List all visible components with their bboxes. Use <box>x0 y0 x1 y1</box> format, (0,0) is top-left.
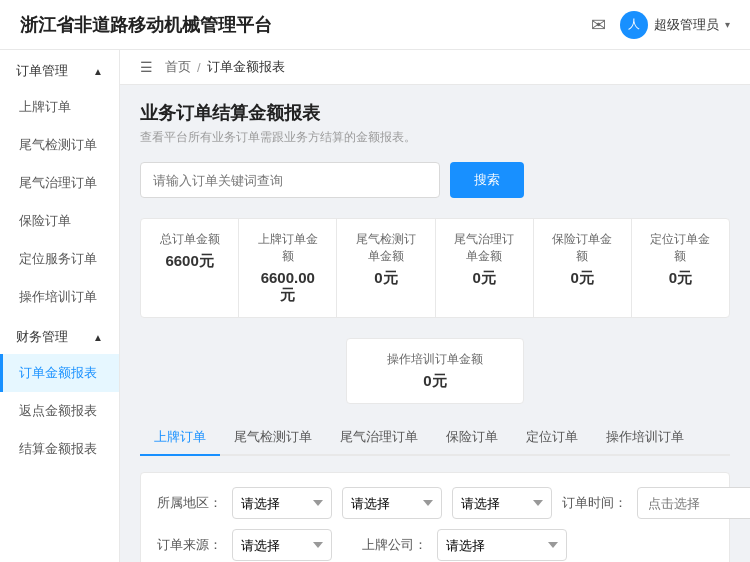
filter-source-label: 订单来源： <box>157 536 222 554</box>
stat-emission-detect: 尾气检测订单金额 0元 <box>337 219 435 317</box>
app-title: 浙江省非道路移动机械管理平台 <box>20 13 272 37</box>
stat-total: 总订单金额 6600元 <box>141 219 239 317</box>
filter-row-2: 订单来源： 请选择 上牌公司： 请选择 <box>157 529 713 561</box>
stat-total-value: 6600元 <box>157 252 222 271</box>
tab-positioning[interactable]: 定位订单 <box>512 420 592 456</box>
page-content: 业务订单结算金额报表 查看平台所有业务订单需跟业务方结算的金额报表。 搜索 总订… <box>120 85 750 562</box>
stats-row-2: 操作培训订单金额 0元 <box>140 338 730 404</box>
sidebar-item-order-amount[interactable]: 订单金额报表 <box>0 354 119 392</box>
stat-emission-treat: 尾气治理订单金额 0元 <box>436 219 534 317</box>
tab-insurance[interactable]: 保险订单 <box>432 420 512 456</box>
breadcrumb-home[interactable]: 首页 <box>165 58 191 76</box>
filter-company-select[interactable]: 请选择 <box>437 529 567 561</box>
main-content: ☰ 首页 / 订单金额报表 业务订单结算金额报表 查看平台所有业务订单需跟业务方… <box>120 50 750 562</box>
stat-positioning-label: 定位订单金额 <box>648 231 713 265</box>
global-search-row: 搜索 <box>140 162 730 198</box>
sidebar-group-label-orders: 订单管理 <box>16 62 68 80</box>
header-right: ✉ 人 超级管理员 ▾ <box>591 11 730 39</box>
chevron-up-icon: ▲ <box>93 66 103 77</box>
stat-total-label: 总订单金额 <box>157 231 222 248</box>
filter-source-select[interactable]: 请选择 <box>232 529 332 561</box>
sidebar-item-insurance[interactable]: 保险订单 <box>0 202 119 240</box>
mail-icon[interactable]: ✉ <box>591 14 606 36</box>
stat-emission-detect-label: 尾气检测订单金额 <box>353 231 418 265</box>
stat-training-value: 0元 <box>387 372 483 391</box>
menu-icon[interactable]: ☰ <box>140 59 153 75</box>
filter-region-district[interactable]: 请选择 <box>452 487 552 519</box>
chevron-down-icon: ▾ <box>725 19 730 30</box>
page-description: 查看平台所有业务订单需跟业务方结算的金额报表。 <box>140 129 730 146</box>
filter-section: 所属地区： 请选择 请选择 请选择 订单时间： 订单来源： <box>140 472 730 562</box>
layout: 订单管理 ▲ 上牌订单 尾气检测订单 尾气治理订单 保险订单 定位服务订单 操作… <box>0 50 750 562</box>
filter-region-city[interactable]: 请选择 <box>342 487 442 519</box>
user-name: 超级管理员 <box>654 16 719 34</box>
filter-row-1: 所属地区： 请选择 请选择 请选择 订单时间： <box>157 487 713 519</box>
stat-insurance-value: 0元 <box>550 269 615 288</box>
sidebar-group-title-finance[interactable]: 财务管理 ▲ <box>0 316 119 354</box>
sidebar-item-positioning[interactable]: 定位服务订单 <box>0 240 119 278</box>
stat-emission-detect-value: 0元 <box>353 269 418 288</box>
order-tabs: 上牌订单 尾气检测订单 尾气治理订单 保险订单 定位订单 操作培训订单 <box>140 420 730 456</box>
stat-training: 操作培训订单金额 0元 <box>346 338 524 404</box>
sidebar-group-title-orders[interactable]: 订单管理 ▲ <box>0 50 119 88</box>
breadcrumb-current: 订单金额报表 <box>207 58 285 76</box>
filter-date-input[interactable] <box>637 487 750 519</box>
stat-plate: 上牌订单金额 6600.00元 <box>239 219 337 317</box>
sidebar-group-orders: 订单管理 ▲ 上牌订单 尾气检测订单 尾气治理订单 保险订单 定位服务订单 操作… <box>0 50 119 316</box>
sidebar: 订单管理 ▲ 上牌订单 尾气检测订单 尾气治理订单 保险订单 定位服务订单 操作… <box>0 50 120 562</box>
stat-insurance: 保险订单金额 0元 <box>534 219 632 317</box>
filter-company-label: 上牌公司： <box>362 536 427 554</box>
stat-positioning-value: 0元 <box>648 269 713 288</box>
filter-region-label: 所属地区： <box>157 494 222 512</box>
breadcrumb: ☰ 首页 / 订单金额报表 <box>120 50 750 85</box>
tab-emission-treat[interactable]: 尾气治理订单 <box>326 420 432 456</box>
sidebar-group-finance: 财务管理 ▲ 订单金额报表 返点金额报表 结算金额报表 <box>0 316 119 468</box>
stat-plate-label: 上牌订单金额 <box>255 231 320 265</box>
sidebar-item-plate-order[interactable]: 上牌订单 <box>0 88 119 126</box>
sidebar-item-emission-detect[interactable]: 尾气检测订单 <box>0 126 119 164</box>
tab-plate-order[interactable]: 上牌订单 <box>140 420 220 456</box>
stat-positioning: 定位订单金额 0元 <box>632 219 729 317</box>
tab-training[interactable]: 操作培训订单 <box>592 420 698 456</box>
stat-emission-treat-value: 0元 <box>452 269 517 288</box>
sidebar-group-label-finance: 财务管理 <box>16 328 68 346</box>
filter-region-province[interactable]: 请选择 <box>232 487 332 519</box>
stat-training-label: 操作培训订单金额 <box>387 351 483 368</box>
stats-row-1: 总订单金额 6600元 上牌订单金额 6600.00元 尾气检测订单金额 0元 … <box>140 218 730 318</box>
user-avatar: 人 <box>620 11 648 39</box>
tab-emission-detect[interactable]: 尾气检测订单 <box>220 420 326 456</box>
sidebar-item-settlement[interactable]: 结算金额报表 <box>0 430 119 468</box>
sidebar-item-training[interactable]: 操作培训订单 <box>0 278 119 316</box>
page-title: 业务订单结算金额报表 <box>140 101 730 125</box>
user-info[interactable]: 人 超级管理员 ▾ <box>620 11 730 39</box>
global-search-button[interactable]: 搜索 <box>450 162 524 198</box>
filter-date-label: 订单时间： <box>562 494 627 512</box>
breadcrumb-separator: / <box>197 60 201 75</box>
stat-insurance-label: 保险订单金额 <box>550 231 615 265</box>
sidebar-item-rebate[interactable]: 返点金额报表 <box>0 392 119 430</box>
global-search-input[interactable] <box>140 162 440 198</box>
stat-plate-value: 6600.00元 <box>255 269 320 305</box>
chevron-up-icon-2: ▲ <box>93 332 103 343</box>
header: 浙江省非道路移动机械管理平台 ✉ 人 超级管理员 ▾ <box>0 0 750 50</box>
sidebar-item-emission-treat[interactable]: 尾气治理订单 <box>0 164 119 202</box>
stat-emission-treat-label: 尾气治理订单金额 <box>452 231 517 265</box>
